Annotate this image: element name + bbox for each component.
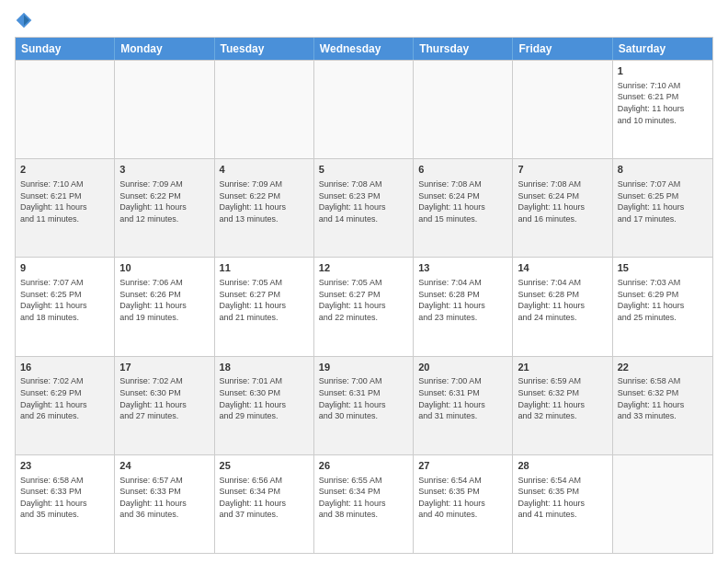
- day-info: Sunrise: 6:58 AM Sunset: 6:32 PM Dayligh…: [618, 375, 708, 421]
- day-number: 5: [319, 163, 408, 177]
- calendar-cell: 14Sunrise: 7:04 AM Sunset: 6:28 PM Dayli…: [513, 258, 612, 355]
- day-number: 12: [319, 261, 408, 275]
- day-info: Sunrise: 7:07 AM Sunset: 6:25 PM Dayligh…: [20, 277, 109, 323]
- weekday-header: Wednesday: [314, 38, 414, 60]
- calendar-cell: 10Sunrise: 7:06 AM Sunset: 6:26 PM Dayli…: [115, 258, 214, 355]
- calendar-cell: 9Sunrise: 7:07 AM Sunset: 6:25 PM Daylig…: [16, 258, 115, 355]
- day-info: Sunrise: 7:08 AM Sunset: 6:23 PM Dayligh…: [319, 178, 408, 224]
- day-info: Sunrise: 7:02 AM Sunset: 6:30 PM Dayligh…: [119, 375, 209, 421]
- day-info: Sunrise: 7:10 AM Sunset: 6:21 PM Dayligh…: [20, 178, 109, 224]
- day-number: 1: [618, 64, 708, 78]
- calendar-cell: 8Sunrise: 7:07 AM Sunset: 6:25 PM Daylig…: [613, 159, 712, 257]
- day-info: Sunrise: 7:04 AM Sunset: 6:28 PM Dayligh…: [418, 277, 507, 323]
- calendar-cell: 21Sunrise: 6:59 AM Sunset: 6:32 PM Dayli…: [513, 357, 612, 454]
- day-number: 25: [220, 459, 309, 473]
- day-number: 8: [618, 163, 708, 177]
- calendar-cell: 4Sunrise: 7:09 AM Sunset: 6:22 PM Daylig…: [215, 159, 314, 257]
- calendar-cell: 13Sunrise: 7:04 AM Sunset: 6:28 PM Dayli…: [414, 258, 513, 355]
- day-number: 11: [220, 261, 309, 275]
- day-number: 23: [20, 459, 109, 473]
- day-number: 10: [119, 261, 209, 275]
- header: [15, 11, 713, 29]
- calendar-cell: 19Sunrise: 7:00 AM Sunset: 6:31 PM Dayli…: [314, 357, 414, 454]
- day-number: 22: [618, 361, 708, 374]
- day-number: 17: [119, 361, 209, 374]
- calendar-cell: 27Sunrise: 6:54 AM Sunset: 6:35 PM Dayli…: [414, 455, 513, 553]
- day-number: 3: [119, 163, 209, 177]
- day-number: 28: [518, 459, 607, 473]
- calendar-cell: 11Sunrise: 7:05 AM Sunset: 6:27 PM Dayli…: [215, 258, 314, 355]
- day-number: 6: [418, 163, 507, 177]
- day-info: Sunrise: 7:09 AM Sunset: 6:22 PM Dayligh…: [220, 178, 309, 224]
- day-info: Sunrise: 6:57 AM Sunset: 6:33 PM Dayligh…: [119, 475, 209, 521]
- day-number: 15: [618, 261, 708, 275]
- day-info: Sunrise: 6:55 AM Sunset: 6:34 PM Dayligh…: [319, 475, 408, 521]
- day-number: 7: [518, 163, 607, 177]
- calendar-cell: 6Sunrise: 7:08 AM Sunset: 6:24 PM Daylig…: [414, 159, 513, 257]
- calendar-cell: 24Sunrise: 6:57 AM Sunset: 6:33 PM Dayli…: [115, 455, 214, 553]
- calendar-cell: 20Sunrise: 7:00 AM Sunset: 6:31 PM Dayli…: [414, 357, 513, 454]
- day-number: 26: [319, 459, 408, 473]
- weekday-header: Thursday: [414, 38, 513, 60]
- day-info: Sunrise: 6:58 AM Sunset: 6:33 PM Dayligh…: [20, 475, 109, 521]
- day-number: 2: [20, 163, 109, 177]
- calendar-cell: 15Sunrise: 7:03 AM Sunset: 6:29 PM Dayli…: [613, 258, 712, 355]
- day-number: 9: [20, 261, 109, 275]
- calendar-cell: 3Sunrise: 7:09 AM Sunset: 6:22 PM Daylig…: [115, 159, 214, 257]
- day-info: Sunrise: 7:08 AM Sunset: 6:24 PM Dayligh…: [518, 178, 607, 224]
- calendar-cell: 26Sunrise: 6:55 AM Sunset: 6:34 PM Dayli…: [314, 455, 414, 553]
- calendar-cell: 28Sunrise: 6:54 AM Sunset: 6:35 PM Dayli…: [513, 455, 612, 553]
- weekday-header: Saturday: [613, 38, 712, 60]
- day-info: Sunrise: 6:54 AM Sunset: 6:35 PM Dayligh…: [518, 475, 607, 521]
- calendar-body: 1Sunrise: 7:10 AM Sunset: 6:21 PM Daylig…: [16, 60, 712, 553]
- day-info: Sunrise: 7:06 AM Sunset: 6:26 PM Dayligh…: [119, 277, 209, 323]
- day-info: Sunrise: 7:00 AM Sunset: 6:31 PM Dayligh…: [418, 375, 507, 421]
- day-number: 24: [119, 459, 209, 473]
- calendar-row: 9Sunrise: 7:07 AM Sunset: 6:25 PM Daylig…: [16, 257, 712, 355]
- calendar-row: 23Sunrise: 6:58 AM Sunset: 6:33 PM Dayli…: [16, 454, 712, 553]
- calendar-cell: 1Sunrise: 7:10 AM Sunset: 6:21 PM Daylig…: [613, 61, 712, 158]
- day-info: Sunrise: 7:01 AM Sunset: 6:30 PM Dayligh…: [220, 375, 309, 421]
- day-info: Sunrise: 6:59 AM Sunset: 6:32 PM Dayligh…: [518, 375, 607, 421]
- day-info: Sunrise: 7:09 AM Sunset: 6:22 PM Dayligh…: [119, 178, 209, 224]
- day-info: Sunrise: 7:08 AM Sunset: 6:24 PM Dayligh…: [418, 178, 507, 224]
- calendar-header: SundayMondayTuesdayWednesdayThursdayFrid…: [16, 38, 712, 60]
- calendar-cell: 12Sunrise: 7:05 AM Sunset: 6:27 PM Dayli…: [314, 258, 414, 355]
- calendar-row: 2Sunrise: 7:10 AM Sunset: 6:21 PM Daylig…: [16, 158, 712, 257]
- calendar-row: 1Sunrise: 7:10 AM Sunset: 6:21 PM Daylig…: [16, 60, 712, 158]
- weekday-header: Tuesday: [215, 38, 314, 60]
- calendar-cell: 5Sunrise: 7:08 AM Sunset: 6:23 PM Daylig…: [314, 159, 414, 257]
- day-info: Sunrise: 7:10 AM Sunset: 6:21 PM Dayligh…: [618, 80, 708, 126]
- weekday-header: Monday: [115, 38, 214, 60]
- day-info: Sunrise: 7:02 AM Sunset: 6:29 PM Dayligh…: [20, 375, 109, 421]
- calendar-cell: [16, 61, 115, 158]
- day-number: 14: [518, 261, 607, 275]
- calendar-cell: [314, 61, 414, 158]
- day-info: Sunrise: 6:54 AM Sunset: 6:35 PM Dayligh…: [418, 475, 507, 521]
- calendar-cell: [414, 61, 513, 158]
- calendar-cell: 2Sunrise: 7:10 AM Sunset: 6:21 PM Daylig…: [16, 159, 115, 257]
- day-number: 16: [20, 361, 109, 374]
- calendar-cell: [613, 455, 712, 553]
- day-info: Sunrise: 7:00 AM Sunset: 6:31 PM Dayligh…: [319, 375, 408, 421]
- page: SundayMondayTuesdayWednesdayThursdayFrid…: [0, 0, 728, 563]
- day-number: 18: [220, 361, 309, 374]
- calendar-cell: [115, 61, 214, 158]
- calendar-cell: 7Sunrise: 7:08 AM Sunset: 6:24 PM Daylig…: [513, 159, 612, 257]
- day-number: 13: [418, 261, 507, 275]
- day-info: Sunrise: 7:07 AM Sunset: 6:25 PM Dayligh…: [618, 178, 708, 224]
- day-number: 20: [418, 361, 507, 374]
- weekday-header: Friday: [513, 38, 612, 60]
- day-info: Sunrise: 7:05 AM Sunset: 6:27 PM Dayligh…: [220, 277, 309, 323]
- calendar-cell: 25Sunrise: 6:56 AM Sunset: 6:34 PM Dayli…: [215, 455, 314, 553]
- day-info: Sunrise: 7:03 AM Sunset: 6:29 PM Dayligh…: [618, 277, 708, 323]
- calendar-cell: [513, 61, 612, 158]
- calendar-cell: [215, 61, 314, 158]
- logo-icon: [15, 11, 33, 29]
- logo: [15, 11, 37, 29]
- day-info: Sunrise: 6:56 AM Sunset: 6:34 PM Dayligh…: [220, 475, 309, 521]
- day-number: 19: [319, 361, 408, 374]
- calendar-cell: 16Sunrise: 7:02 AM Sunset: 6:29 PM Dayli…: [16, 357, 115, 454]
- calendar-cell: 22Sunrise: 6:58 AM Sunset: 6:32 PM Dayli…: [613, 357, 712, 454]
- day-number: 27: [418, 459, 507, 473]
